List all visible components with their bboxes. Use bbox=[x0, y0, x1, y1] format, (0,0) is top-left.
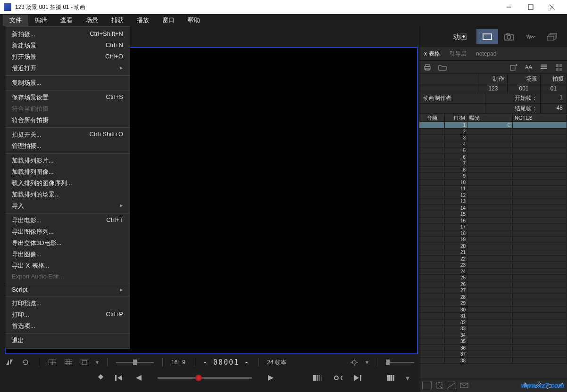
grid2-icon[interactable] bbox=[64, 358, 73, 367]
xsheet-row[interactable]: 11 bbox=[419, 186, 567, 192]
mode-audio-icon[interactable] bbox=[520, 29, 542, 44]
file-menu-item[interactable]: 加载排列的场景... bbox=[5, 189, 130, 200]
xsheet-row[interactable]: 20 bbox=[419, 243, 567, 250]
file-menu-item[interactable]: 打印预览... bbox=[5, 298, 130, 309]
safe-icon[interactable] bbox=[80, 358, 89, 367]
tool-hide-icon[interactable] bbox=[447, 382, 456, 389]
list1-icon[interactable] bbox=[539, 63, 549, 72]
xsheet-row[interactable]: 17 bbox=[419, 224, 567, 230]
xsheet-row[interactable]: 3 bbox=[419, 135, 567, 141]
xsheet-row[interactable]: 15 bbox=[419, 211, 567, 218]
tool-rect-icon[interactable] bbox=[422, 382, 432, 389]
file-menu-item[interactable]: 管理拍摄... bbox=[5, 140, 130, 152]
file-menu-item[interactable]: 打开场景Ctrl+O bbox=[5, 51, 130, 63]
maximize-button[interactable] bbox=[520, 0, 542, 14]
xsheet-row[interactable]: 33 bbox=[419, 326, 567, 332]
xsheet-row[interactable]: 36 bbox=[419, 345, 567, 351]
xsheet-row[interactable]: 2 bbox=[419, 129, 567, 135]
folder-icon[interactable] bbox=[437, 63, 448, 72]
xsheet-row[interactable]: 26 bbox=[419, 281, 567, 288]
menu-查看[interactable]: 查看 bbox=[54, 15, 79, 26]
add-icon[interactable] bbox=[509, 63, 519, 72]
diamond-icon[interactable] bbox=[93, 372, 105, 384]
xsheet-row[interactable]: 6 bbox=[419, 154, 567, 161]
mode-camera-icon[interactable] bbox=[498, 29, 520, 44]
xsheet-row[interactable]: 25 bbox=[419, 275, 567, 281]
file-menu-item[interactable]: 导出图像序列... bbox=[5, 226, 130, 237]
xsheet-row[interactable]: 37 bbox=[419, 351, 567, 358]
menu-场景[interactable]: 场景 bbox=[79, 15, 105, 26]
target-icon[interactable] bbox=[350, 358, 359, 367]
menu-文件[interactable]: 文件 bbox=[3, 15, 28, 26]
tool-select-icon[interactable] bbox=[435, 382, 443, 389]
onion-icon[interactable] bbox=[312, 372, 324, 384]
xsheet-row[interactable]: 16 bbox=[419, 218, 567, 224]
xsheet-row[interactable]: 30 bbox=[419, 307, 567, 313]
xsheet-row[interactable]: 4 bbox=[419, 141, 567, 148]
file-menu-item[interactable]: 导出 X-表格... bbox=[5, 260, 130, 271]
file-menu-item[interactable]: 加载排列影片... bbox=[5, 155, 130, 166]
font-size-icon[interactable]: AA bbox=[524, 63, 534, 72]
xsheet-row[interactable]: 12 bbox=[419, 192, 567, 199]
grid1-icon[interactable] bbox=[48, 358, 57, 367]
xsheet-row[interactable]: 31 bbox=[419, 313, 567, 319]
close-button[interactable] bbox=[542, 0, 563, 14]
sub-tab-guide[interactable]: 引导层 bbox=[450, 50, 467, 58]
bars-icon[interactable] bbox=[386, 372, 397, 384]
file-menu-item[interactable]: 复制场景... bbox=[5, 77, 130, 89]
play-icon[interactable] bbox=[265, 372, 276, 384]
xsheet-row[interactable]: 32 bbox=[419, 319, 567, 326]
xsheet-row[interactable]: 24 bbox=[419, 269, 567, 275]
xsheet-row[interactable]: 21 bbox=[419, 249, 567, 256]
xsheet-row[interactable]: 27 bbox=[419, 287, 567, 294]
xsheet-row[interactable]: 35 bbox=[419, 338, 567, 345]
mode-stack-icon[interactable] bbox=[542, 29, 563, 44]
file-menu-item[interactable]: 导入▸ bbox=[5, 200, 130, 212]
minimize-button[interactable] bbox=[498, 0, 520, 14]
xsheet-row[interactable]: 22 bbox=[419, 256, 567, 262]
xsheet-row[interactable]: 14 bbox=[419, 205, 567, 212]
file-menu-item[interactable]: 导出电影...Ctrl+T bbox=[5, 215, 130, 226]
xsheet-row[interactable]: 19 bbox=[419, 237, 567, 243]
file-menu-item[interactable]: 符合所有拍摄 bbox=[5, 114, 130, 126]
xsheet-row[interactable]: 5 bbox=[419, 147, 567, 154]
sub-tab-notepad[interactable]: notepad bbox=[476, 50, 496, 57]
xsheet-row[interactable]: 7 bbox=[419, 160, 567, 167]
tool-mail-icon[interactable] bbox=[460, 383, 468, 388]
menu-播放[interactable]: 播放 bbox=[130, 15, 156, 26]
file-menu-item[interactable]: 退出 bbox=[5, 335, 130, 346]
xsheet-row[interactable]: 8 bbox=[419, 167, 567, 173]
xsheet-row[interactable]: 13 bbox=[419, 198, 567, 205]
xsheet-row[interactable]: 1C bbox=[419, 122, 567, 129]
file-menu-item[interactable]: 打印...Ctrl+P bbox=[5, 309, 130, 320]
timeline[interactable] bbox=[158, 377, 252, 379]
file-menu-item[interactable]: 导出图像... bbox=[5, 249, 130, 260]
opacity-slider[interactable] bbox=[386, 362, 414, 363]
file-menu-item[interactable]: 载入排列的图像序列... bbox=[5, 178, 130, 189]
xsheet-row[interactable]: 34 bbox=[419, 332, 567, 339]
menu-帮助[interactable]: 帮助 bbox=[181, 15, 207, 26]
xsheet-row[interactable]: 29 bbox=[419, 300, 567, 307]
list2-icon[interactable] bbox=[554, 63, 564, 72]
xsheet-row[interactable]: 28 bbox=[419, 294, 567, 301]
xsheet-row[interactable]: 38 bbox=[419, 358, 567, 364]
refresh-icon[interactable] bbox=[21, 358, 30, 367]
step-back-icon[interactable] bbox=[113, 372, 125, 384]
zoom-slider[interactable] bbox=[116, 362, 154, 363]
file-menu-item[interactable]: 保存场景设置Ctrl+S bbox=[5, 92, 130, 103]
file-menu-item[interactable]: 新拍摄...Ctrl+Shift+N bbox=[5, 29, 130, 40]
menu-窗口[interactable]: 窗口 bbox=[156, 15, 181, 26]
menu-捕获[interactable]: 捕获 bbox=[105, 15, 130, 26]
file-menu-item[interactable]: Script▸ bbox=[5, 285, 130, 294]
file-menu-item[interactable]: 新建场景Ctrl+N bbox=[5, 40, 130, 51]
file-menu-item[interactable]: 拍摄开关...Ctrl+Shift+O bbox=[5, 129, 130, 140]
file-menu-item[interactable]: 最近打开▸ bbox=[5, 63, 130, 74]
flip-icon[interactable] bbox=[5, 358, 14, 367]
xsheet-row[interactable]: 23 bbox=[419, 262, 567, 269]
xsheet-row[interactable]: 18 bbox=[419, 230, 567, 237]
loop-icon[interactable] bbox=[332, 372, 343, 384]
sub-tab-xsheet[interactable]: x-表格 bbox=[424, 50, 440, 58]
file-menu-item[interactable]: 首选项... bbox=[5, 320, 130, 332]
mode-monitor-icon[interactable] bbox=[476, 29, 498, 44]
play-back-icon[interactable] bbox=[133, 372, 144, 384]
